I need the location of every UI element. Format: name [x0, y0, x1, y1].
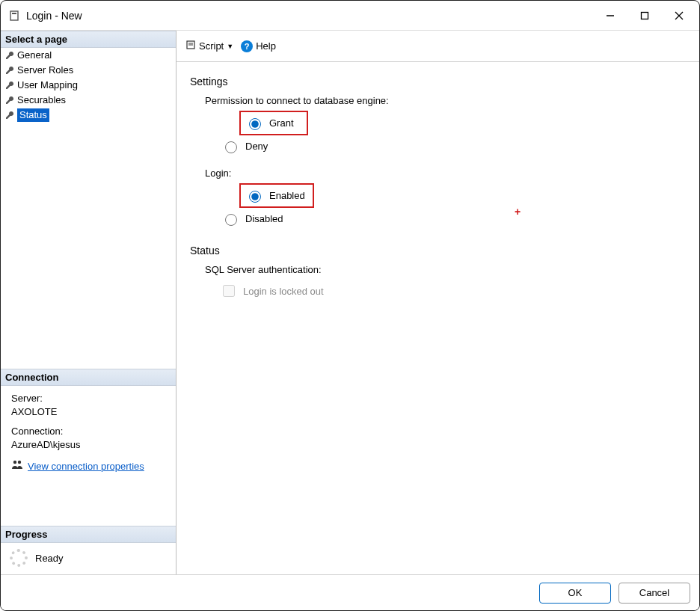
svg-point-6: [13, 461, 16, 464]
connection-value: AzureAD\kjesus: [11, 438, 168, 452]
radio-grant[interactable]: Grant: [239, 111, 308, 135]
settings-title: Settings: [190, 76, 689, 87]
script-button[interactable]: Script ▼: [184, 37, 235, 55]
radio-disabled[interactable]: Disabled: [217, 208, 689, 230]
help-label: Help: [256, 40, 276, 52]
svg-rect-0: [10, 11, 18, 20]
page-item-label: Securables: [17, 93, 66, 107]
svg-rect-1: [12, 13, 16, 14]
minimize-button[interactable]: [593, 4, 627, 28]
app-icon: [8, 10, 20, 22]
status-title: Status: [190, 245, 689, 257]
login-new-window: Login - New Select a page General Server…: [0, 0, 700, 611]
radio-disabled-label: Disabled: [245, 213, 283, 224]
page-item-label: User Mapping: [17, 79, 78, 92]
page-item-general[interactable]: General: [1, 48, 176, 63]
select-page-header: Select a page: [1, 31, 176, 48]
script-icon: [185, 40, 196, 52]
window-title: Login - New: [26, 10, 82, 22]
connection-label: Connection:: [11, 425, 168, 438]
toolbar: Script ▼ ? Help: [176, 31, 699, 62]
titlebar: Login - New: [1, 1, 699, 31]
script-label: Script: [199, 40, 224, 52]
page-item-status[interactable]: Status: [1, 108, 176, 123]
progress-header: Progress: [1, 526, 176, 543]
page-item-securables[interactable]: Securables: [1, 93, 176, 108]
radio-enabled[interactable]: Enabled: [239, 183, 314, 208]
radio-deny-label: Deny: [245, 141, 268, 152]
wrench-icon: [4, 49, 16, 61]
login-label: Login:: [205, 168, 689, 179]
left-panel: Select a page General Server Roles User …: [1, 31, 176, 574]
page-item-server-roles[interactable]: Server Roles: [1, 63, 176, 78]
server-value: AXOLOTE: [11, 405, 168, 419]
radio-disabled-input[interactable]: [225, 214, 237, 226]
page-item-label: Status: [17, 108, 49, 122]
page-item-user-mapping[interactable]: User Mapping: [1, 78, 176, 93]
svg-rect-3: [642, 12, 648, 19]
sql-auth-label: SQL Server authentication:: [205, 264, 689, 275]
ok-label: OK: [568, 587, 583, 598]
cancel-label: Cancel: [639, 587, 669, 598]
view-connection-properties-link[interactable]: View connection properties: [28, 460, 144, 473]
locked-out-checkbox: Login is locked out: [220, 283, 689, 299]
bottom-bar: OK Cancel: [1, 574, 699, 610]
page-list: General Server Roles User Mapping Secura…: [1, 48, 176, 369]
radio-grant-input[interactable]: [249, 118, 261, 130]
help-icon: ?: [241, 40, 253, 52]
help-button[interactable]: ? Help: [239, 38, 277, 55]
cancel-button[interactable]: Cancel: [618, 583, 690, 604]
connection-header: Connection: [1, 369, 176, 386]
locked-out-label: Login is locked out: [243, 286, 324, 297]
content-area: Settings Permission to connect to databa…: [176, 62, 699, 574]
radio-deny[interactable]: Deny: [217, 135, 689, 157]
locked-out-input: [223, 285, 235, 297]
page-item-label: Server Roles: [17, 64, 73, 77]
chevron-down-icon: ▼: [227, 43, 233, 50]
close-button[interactable]: [662, 4, 696, 28]
server-label: Server:: [11, 392, 168, 405]
wrench-icon: [4, 64, 16, 76]
wrench-icon: [4, 109, 16, 121]
wrench-icon: [4, 94, 16, 106]
right-panel: Script ▼ ? Help Settings Permission to c…: [176, 31, 699, 574]
svg-point-7: [18, 461, 21, 464]
spinner-icon: [10, 549, 28, 567]
red-plus-marker: +: [515, 206, 521, 218]
permission-label: Permission to connect to database engine…: [205, 95, 689, 106]
radio-enabled-input[interactable]: [249, 191, 261, 203]
progress-status: Ready: [35, 553, 64, 564]
progress-section: Ready: [1, 543, 176, 574]
people-icon: [11, 459, 23, 473]
radio-deny-input[interactable]: [225, 141, 237, 153]
radio-enabled-label: Enabled: [269, 190, 305, 201]
page-item-label: General: [17, 49, 52, 62]
connection-section: Server: AXOLOTE Connection: AzureAD\kjes…: [1, 386, 176, 481]
maximize-button[interactable]: [627, 4, 662, 28]
radio-grant-label: Grant: [269, 117, 294, 129]
wrench-icon: [4, 79, 16, 91]
ok-button[interactable]: OK: [539, 583, 611, 604]
